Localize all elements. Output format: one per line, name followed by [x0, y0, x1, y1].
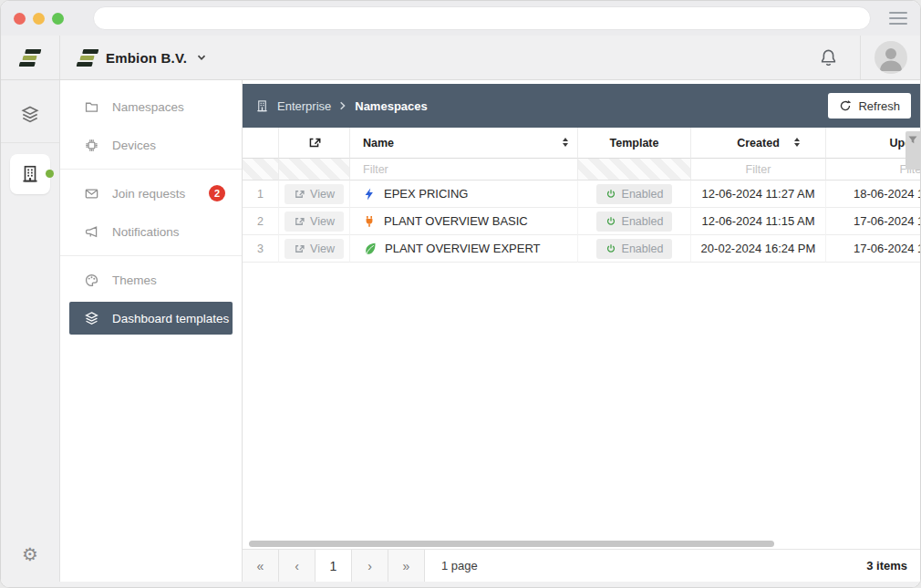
first-page-button[interactable]: « — [243, 550, 279, 583]
created-filter-input[interactable] — [691, 160, 825, 180]
next-page-button[interactable]: › — [352, 550, 388, 583]
column-header-created[interactable]: Created — [691, 128, 826, 159]
palette-icon — [84, 273, 99, 288]
sidebar-item-devices[interactable]: Devices — [60, 126, 242, 164]
leaf-icon — [363, 242, 377, 255]
plug-icon — [363, 215, 376, 228]
status-badge: Enabled — [596, 239, 673, 259]
pagination-bar: « ‹ 1 › » 1 page 3 items — [243, 549, 920, 582]
sidebar-item-notifications[interactable]: Notifications — [60, 212, 242, 251]
layers-icon — [20, 105, 40, 125]
user-menu-button[interactable] — [860, 36, 920, 79]
table-empty-area — [243, 263, 920, 538]
layers-icon — [84, 311, 99, 326]
table-row: 3 View — [243, 235, 920, 263]
maximize-window-button[interactable] — [52, 13, 64, 25]
sidebar: Namespaces Devices Join requests 2 — [60, 80, 243, 582]
sidebar-item-label: Notifications — [112, 225, 180, 239]
browser-window: Embion B.V. — [0, 0, 921, 588]
filter-cell-disabled — [279, 159, 350, 181]
org-name: Embion B.V. — [106, 50, 187, 66]
envelope-icon — [84, 186, 99, 201]
breadcrumb-enterprise-link[interactable]: Enterprise — [277, 99, 331, 113]
breadcrumb-namespaces-link[interactable]: Namespaces — [355, 99, 428, 113]
sidebar-item-label: Themes — [112, 273, 157, 287]
filter-cell-disabled — [578, 159, 691, 181]
view-button[interactable]: View — [285, 211, 344, 232]
created-date: 12-06-2024 11:27 AM — [691, 181, 826, 208]
sidebar-divider — [60, 169, 242, 170]
address-bar[interactable] — [93, 6, 871, 30]
column-header-name[interactable]: Name — [350, 128, 578, 159]
power-icon — [605, 189, 616, 200]
refresh-label: Refresh — [858, 99, 900, 113]
join-requests-count-badge: 2 — [209, 185, 225, 201]
embion-logo-icon — [19, 49, 42, 67]
browser-chrome — [1, 1, 920, 36]
view-button[interactable]: View — [285, 184, 344, 204]
name-filter-input[interactable] — [350, 160, 577, 180]
rail-divider — [1, 142, 59, 143]
notifications-bell-button[interactable] — [797, 36, 860, 79]
table-row: 2 View — [243, 208, 920, 235]
view-button[interactable]: View — [285, 239, 344, 259]
row-index: 3 — [243, 235, 279, 263]
breadcrumb: Enterprise Namespaces — [255, 99, 428, 113]
sidebar-item-label: Namespaces — [112, 100, 184, 114]
table-filter-row — [243, 159, 920, 181]
row-index: 1 — [243, 181, 279, 208]
refresh-icon — [839, 99, 852, 112]
sidebar-item-label: Devices — [112, 139, 156, 152]
power-icon — [605, 216, 616, 227]
filter-cell-disabled — [243, 159, 279, 181]
icon-rail: ⚙ — [1, 80, 60, 582]
updated-date: 18-06-2024 12: — [826, 181, 920, 208]
template-name: EPEX PRICING — [384, 187, 468, 201]
minimize-window-button[interactable] — [33, 13, 45, 25]
sidebar-item-join-requests[interactable]: Join requests 2 — [60, 174, 242, 212]
last-page-button[interactable]: » — [388, 550, 425, 583]
hamburger-icon[interactable] — [889, 12, 907, 25]
embion-logo-icon — [77, 49, 99, 67]
updated-date: 17-06-2024 14: — [826, 208, 920, 235]
folder-icon — [84, 99, 99, 115]
sort-icon — [563, 138, 568, 147]
rail-enterprise-button[interactable] — [10, 154, 50, 194]
settings-gear-icon[interactable]: ⚙ — [22, 543, 38, 565]
sidebar-item-label: Dashboard templates — [112, 312, 229, 325]
building-icon — [20, 164, 40, 184]
previous-page-button[interactable]: ‹ — [279, 550, 316, 583]
table-row: 1 View — [243, 181, 920, 208]
org-switcher[interactable]: Embion B.V. — [60, 36, 225, 79]
sidebar-item-dashboard-templates[interactable]: Dashboard templates — [69, 302, 233, 335]
horizontal-scrollbar-thumb[interactable] — [249, 541, 774, 547]
sidebar-item-themes[interactable]: Themes — [60, 261, 242, 299]
bell-icon — [819, 48, 838, 67]
column-header-template: Template — [578, 128, 691, 159]
row-index: 2 — [243, 208, 279, 235]
lightning-icon — [363, 188, 376, 201]
window-bottom-edge — [1, 582, 920, 587]
chip-icon — [84, 138, 99, 153]
status-badge: Enabled — [596, 211, 673, 232]
app-logo-button[interactable] — [1, 36, 60, 79]
power-icon — [605, 243, 616, 254]
main-content: Enterprise Namespaces Refresh — [243, 80, 920, 582]
table-header-row: Name Template Created Update — [243, 128, 920, 159]
status-badge: Enabled — [596, 184, 673, 204]
rail-dashboards-button[interactable] — [10, 97, 50, 133]
sidebar-item-namespaces[interactable]: Namespaces — [60, 88, 242, 126]
template-name: PLANT OVERVIEW EXPERT — [385, 242, 541, 255]
filter-panel-toggle[interactable] — [905, 131, 920, 170]
refresh-button[interactable]: Refresh — [828, 93, 911, 119]
chevron-right-icon — [339, 101, 347, 110]
external-link-icon — [294, 216, 305, 227]
sidebar-item-label: Join requests — [112, 187, 185, 201]
building-icon — [255, 99, 269, 113]
horizontal-scrollbar — [243, 538, 920, 549]
close-window-button[interactable] — [14, 13, 26, 25]
external-link-icon — [307, 136, 321, 150]
current-page-button[interactable]: 1 — [316, 550, 352, 583]
created-date: 12-06-2024 11:15 AM — [691, 208, 826, 235]
items-count-label: 3 items — [866, 559, 907, 573]
